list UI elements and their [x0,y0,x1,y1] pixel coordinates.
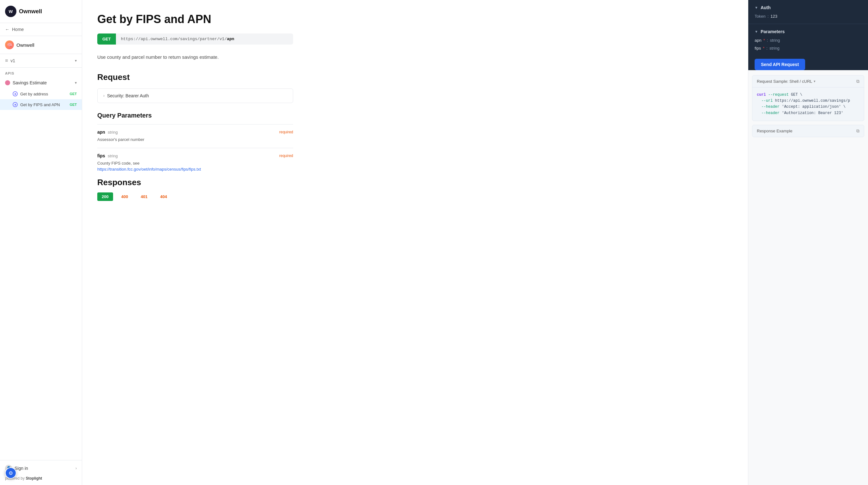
auth-label: Auth [761,5,771,10]
param-name-apn: apn [97,129,105,134]
response-codes: 200 400 401 404 [97,192,733,201]
token-colon: : [768,14,769,19]
home-label: Home [12,27,24,32]
request-sample-box: Request Sample: Shell / cURL ▾ ⧉ curl --… [752,75,864,121]
get-by-fips-label: Get by FIPS and APN [20,102,60,107]
responses-title: Responses [97,178,733,187]
query-params-title: Query Parameters [97,112,733,119]
param-field-name-fips: fips [754,46,761,51]
response-400[interactable]: 400 [117,192,133,201]
accessibility-button[interactable]: ⚙ [5,467,17,479]
sample-selector[interactable]: Request Sample: Shell / cURL ▾ [757,79,815,84]
sign-in-label: Sign in [14,466,28,471]
api-tester: ▼ Auth Token : 123 ▼ Parameters apn * : … [748,0,868,70]
param-row-apn: apn string required Assessor's parcel nu… [97,124,293,148]
savings-estimate-header[interactable]: Savings Estimate ▾ [0,77,82,88]
response-200[interactable]: 200 [97,192,113,201]
auth-header[interactable]: ▼ Auth [754,5,862,10]
param-field-apn: apn * : string [754,38,862,43]
response-example-box: Response Example ⧉ [752,125,864,137]
endpoint-method: GET [97,33,116,44]
fips-link[interactable]: https://transition.fcc.gov/oet/info/maps… [97,167,201,172]
token-value: 123 [770,14,777,19]
response-404[interactable]: 404 [156,192,172,201]
app-name: Ownwell [19,8,42,15]
savings-estimate-section: Savings Estimate ▾ Get by address GET Ge… [0,77,82,110]
auth-section: ▼ Auth Token : 123 [748,0,868,24]
response-example-label: Response Example [757,129,793,133]
params-section: ▼ Parameters apn * : string fips * : str… [748,24,868,59]
layers-icon: ≡ [5,58,8,63]
sidebar-logo: w Ownwell [0,0,82,23]
sidebar-item-get-by-fips[interactable]: Get by FIPS and APN GET [0,99,82,110]
param-type-apn: string [108,130,118,134]
org-section: 🧠 Ownwell [0,36,82,54]
logo-icon: w [5,6,17,17]
back-arrow-icon: ← [5,27,9,32]
apis-section-label: APIS [0,68,82,77]
copy-icon[interactable]: ⧉ [856,79,860,84]
parameters-label: Parameters [761,29,785,34]
param-desc-fips: County FIPS code, see https://transition… [97,160,293,173]
accessibility-icon: ⚙ [8,470,13,476]
sample-header: Request Sample: Shell / cURL ▾ ⧉ [752,75,864,88]
sample-code: curl --request GET \ --url https://api.o… [752,88,864,121]
token-label: Token [754,14,766,19]
sample-chevron-icon: ▾ [814,79,815,83]
request-section-title: Request [97,72,733,82]
response-401[interactable]: 401 [136,192,152,201]
param-type-fips: string [108,154,118,158]
send-api-request-button[interactable]: Send API Request [754,59,805,70]
target-icon-fips [12,102,18,107]
response-example-header: Response Example ⧉ [752,125,864,137]
right-panel: ▼ Auth Token : 123 ▼ Parameters apn * : … [748,0,868,485]
security-row[interactable]: › Security: Bearer Auth [97,88,293,103]
param-required-star-fips: * [763,46,765,51]
version-selector[interactable]: ≡ v1 ▾ [0,54,82,68]
auth-token-row: Token : 123 [754,14,862,19]
chevron-right-icon: › [75,466,77,471]
get-by-address-label: Get by address [20,92,48,96]
target-icon [12,91,18,96]
sidebar: w Ownwell ← Home 🧠 Ownwell ≡ v1 ▾ APIS S… [0,0,82,485]
main-content: Get by FIPS and APN GET https://api.ownw… [82,0,748,485]
param-row-fips: fips string required County FIPS code, s… [97,148,293,178]
org-name: Ownwell [17,42,34,48]
sidebar-item-get-by-address[interactable]: Get by address GET [0,88,82,99]
cloud-icon [5,80,10,85]
get-badge-fips: GET [69,103,77,107]
description: Use county and parcel number to return s… [97,53,287,61]
section-chevron-down-icon: ▾ [75,81,77,85]
version-label: v1 [10,58,15,63]
security-label: Security: Bearer Auth [107,93,149,98]
endpoint-bar: GET https://api.ownwell.com/savings/part… [97,33,293,44]
get-badge-address: GET [69,92,77,96]
param-name-fips: fips [97,153,105,158]
chevron-right-security-icon: › [103,93,104,98]
endpoint-url: https://api.ownwell.com/savings/partner/… [116,33,240,44]
page-title: Get by FIPS and APN [97,12,733,26]
required-badge-fips: required [279,154,293,158]
params-collapse-icon: ▼ [754,30,758,33]
savings-estimate-label: Savings Estimate [12,80,47,85]
org-avatar: 🧠 [5,40,14,49]
param-field-name-apn: apn [754,38,762,43]
chevron-down-icon: ▾ [75,58,77,63]
param-required-star-apn: * [764,38,765,43]
response-copy-icon[interactable]: ⧉ [856,128,860,134]
auth-collapse-icon: ▼ [754,6,758,9]
params-header[interactable]: ▼ Parameters [754,29,862,34]
home-nav-item[interactable]: ← Home [0,23,82,36]
param-desc-apn: Assessor's parcel number [97,137,293,143]
sample-label: Request Sample: Shell / cURL [757,79,812,84]
required-badge-apn: required [279,130,293,134]
param-field-fips: fips * : string [754,46,862,51]
